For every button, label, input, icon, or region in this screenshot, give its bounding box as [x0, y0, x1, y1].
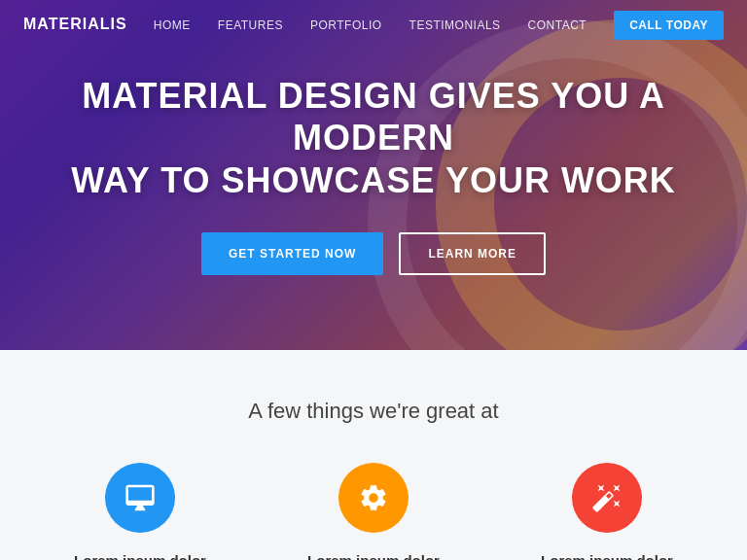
feature-icon-monitor — [105, 463, 175, 533]
feature-icon-gear — [338, 463, 409, 533]
feature-name-2: Lorem ipsum dolor — [307, 552, 440, 560]
navbar: MATERIALIS HOME FEATURES PORTFOLIO TESTI… — [0, 0, 747, 49]
nav-contact[interactable]: CONTACT — [528, 18, 587, 32]
hero-content: MATERIAL DESIGN GIVES YOU A MODERN WAY T… — [0, 75, 747, 275]
learn-more-button[interactable]: LEARN MORE — [399, 232, 546, 275]
feature-item-3: Lorem ipsum dolor Lorem ipsum dolor sit … — [510, 463, 704, 560]
nav-portfolio[interactable]: PORTFOLIO — [310, 18, 382, 32]
get-started-button[interactable]: GET STARTED NOW — [201, 232, 383, 275]
hero-section: MATERIAL DESIGN GIVES YOU A MODERN WAY T… — [0, 0, 747, 350]
features-grid: Lorem ipsum dolor Lorem ipsum dolor sit … — [39, 463, 708, 560]
feature-item-1: Lorem ipsum dolor Lorem ipsum dolor sit … — [43, 463, 237, 560]
nav-home[interactable]: HOME — [154, 18, 191, 32]
nav-links: HOME FEATURES PORTFOLIO TESTIMONIALS CON… — [154, 16, 724, 33]
hero-buttons: GET STARTED NOW LEARN MORE — [58, 232, 689, 275]
nav-testimonials[interactable]: TESTIMONIALS — [409, 18, 501, 32]
feature-item-2: Lorem ipsum dolor Lorem ipsum dolor sit … — [276, 463, 471, 560]
feature-name-3: Lorem ipsum dolor — [541, 552, 673, 560]
site-logo: MATERIALIS — [23, 16, 127, 33]
hero-title: MATERIAL DESIGN GIVES YOU A MODERN WAY T… — [58, 75, 689, 201]
features-section: A few things we're great at Lorem ipsum … — [0, 350, 747, 560]
nav-call-today[interactable]: CALL TODAY — [614, 11, 724, 40]
feature-icon-wand — [572, 463, 642, 533]
feature-name-1: Lorem ipsum dolor — [74, 552, 206, 560]
features-title: A few things we're great at — [39, 399, 708, 424]
nav-features[interactable]: FEATURES — [218, 18, 283, 32]
